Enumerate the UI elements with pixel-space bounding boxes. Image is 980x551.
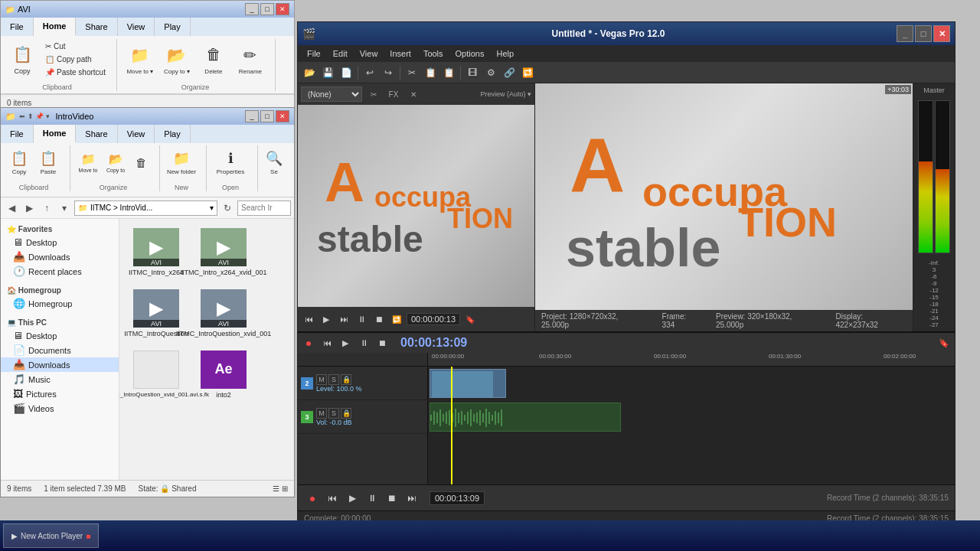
menu-insert[interactable]: Insert [384,47,417,60]
prev-rewind-btn[interactable]: ⏮ [301,311,316,327]
front-tab-share[interactable]: Share [76,125,117,143]
tool-render[interactable]: 🎞 [464,64,481,81]
front-tab-file[interactable]: File [1,125,34,143]
minimize-button[interactable]: _ [245,3,259,15]
preview-snap-btn[interactable]: ✂ [365,86,382,103]
menu-tools[interactable]: Tools [417,47,449,60]
transport-play[interactable]: ▶ [344,490,361,507]
search-input[interactable] [237,201,291,216]
cut-button[interactable]: ✂ Cut [42,41,109,52]
track-solo-btn[interactable]: S [328,374,339,385]
recent-locations-button[interactable]: ▾ [57,201,72,216]
tl-marker-btn[interactable]: 🔖 [936,335,952,350]
preview-close-btn[interactable]: ✕ [405,86,422,103]
tl-play-btn[interactable]: ▶ [338,335,353,350]
tool-redo[interactable]: ↪ [380,64,397,81]
view-toggle[interactable]: ☰ ⊞ [273,484,288,493]
transport-stop[interactable]: ⏹ [384,490,400,507]
vegas-minimize-button[interactable]: _ [897,25,913,42]
transport-record[interactable]: ● [304,490,321,507]
new-folder-button[interactable]: 📁 New folder [165,145,198,179]
list-item[interactable]: ▶ AVI IITMC_Intro_x264_xvid_001 [193,225,254,280]
preview-mode-select[interactable]: (None) [301,86,362,102]
tl-stop-btn[interactable]: ⏹ [374,335,390,350]
tool-cut[interactable]: ✂ [403,64,420,81]
copy-to-button[interactable]: 📂 Copy to ▾ [160,39,194,79]
tool-snap[interactable]: 🔗 [501,64,518,81]
sidebar-item-desktop[interactable]: 🖥 Desktop [1,235,119,249]
tool-loop[interactable]: 🔁 [519,64,536,81]
menu-file[interactable]: File [301,47,327,60]
taskbar-btn-player[interactable]: ▶ New Action Player ■ [3,523,99,548]
preview-fx-btn[interactable]: FX [385,86,402,103]
sidebar-item-thispc-desktop[interactable]: 🖥 Desktop [1,328,119,343]
list-item[interactable]: ▶ AVI IITMC_Intro_x264 [126,225,187,280]
address-bar[interactable]: 📁 IITMC > IntroVid... ▾ [74,201,217,216]
move-to-button[interactable]: 📁 Move to ▾ [123,39,157,79]
prev-play-btn[interactable]: ▶ [318,311,334,327]
prev-fastfwd-btn[interactable]: ⏭ [336,311,351,327]
audio-clip[interactable] [430,403,621,432]
list-item[interactable]: Ae into2 [193,347,254,403]
tab-play[interactable]: Play [155,18,190,36]
transport-fastfwd[interactable]: ⏭ [403,490,420,507]
menu-edit[interactable]: Edit [327,47,354,60]
properties-button[interactable]: ℹ Properties [211,145,250,179]
tool-open[interactable]: 📂 [301,64,318,81]
audio-solo-btn[interactable]: S [328,408,339,419]
rename-button[interactable]: ✏ Rename [234,39,267,79]
front-moveto-btn[interactable]: 📁 Move to [75,145,101,179]
track-mute-btn[interactable]: M [316,374,327,385]
tool-copy[interactable]: 📋 [422,64,439,81]
sidebar-item-thispc-downloads[interactable]: 📥 Downloads [1,357,119,372]
menu-view[interactable]: View [354,47,384,60]
sidebar-item-homegroup[interactable]: 🌐 Homegroup [1,296,119,311]
sidebar-item-documents[interactable]: 📄 Documents [1,343,119,357]
close-button[interactable]: ✕ [276,3,289,15]
se-button[interactable]: 🔍 Se [263,145,286,179]
list-item[interactable]: IITMC_IntroQuestion_xvid_001.avi.s.fk [126,347,187,403]
back-button[interactable]: ◀ [4,201,19,216]
list-item[interactable]: ▶ AVI IITMC_IntroQuestion_xvid_001 [193,286,254,341]
tl-pause-btn[interactable]: ⏸ [356,335,371,350]
prev-pause-btn[interactable]: ⏸ [354,311,369,327]
transport-pause[interactable]: ⏸ [364,490,381,507]
tl-rewind-btn[interactable]: ⏮ [319,335,335,350]
forward-button[interactable]: ▶ [21,201,37,216]
paste-shortcut-button[interactable]: 📌 Paste shortcut [42,67,109,78]
tool-save[interactable]: 💾 [319,64,336,81]
up-button[interactable]: ↑ [39,201,54,216]
tab-share[interactable]: Share [76,18,117,36]
maximize-button[interactable]: □ [260,3,274,15]
sidebar-item-recent[interactable]: 🕐 Recent places [1,264,119,279]
vegas-close-button[interactable]: ✕ [933,25,950,42]
front-copyto-btn[interactable]: 📂 Copy to [103,145,129,179]
sidebar-item-pictures[interactable]: 🖼 Pictures [1,386,119,401]
front-delete-btn[interactable]: 🗑 [130,145,152,179]
vegas-maximize-button[interactable]: □ [915,25,932,42]
copy-path-button[interactable]: 📋 Copy path [42,54,109,65]
tab-home[interactable]: Home [34,18,77,36]
delete-button[interactable]: 🗑 Delete [197,39,230,79]
sidebar-item-downloads[interactable]: 📥 Downloads [1,249,119,264]
audio-mute-btn[interactable]: M [316,408,327,419]
front-tab-play[interactable]: Play [155,125,190,143]
track-content[interactable] [428,367,955,484]
prev-stop-btn[interactable]: ⏹ [371,311,387,327]
front-tab-view[interactable]: View [118,125,155,143]
copy-button-large[interactable]: 📋 Copy [5,39,39,79]
refresh-button[interactable]: ↻ [220,201,235,216]
sidebar-item-videos[interactable]: 🎬 Videos [1,401,119,416]
tool-undo[interactable]: ↩ [361,64,378,81]
video-clip[interactable] [430,369,506,398]
tool-settings[interactable]: ⚙ [482,64,499,81]
tool-paste[interactable]: 📋 [440,64,457,81]
maximize-button-front[interactable]: □ [260,110,274,122]
menu-options[interactable]: Options [449,47,491,60]
transport-rewind[interactable]: ⏮ [324,490,341,507]
minimize-button-front[interactable]: _ [245,110,259,122]
tab-view[interactable]: View [118,18,155,36]
audio-lock-btn[interactable]: 🔒 [341,408,351,419]
close-button-front[interactable]: ✕ [276,110,289,122]
tool-new[interactable]: 📄 [338,64,354,81]
